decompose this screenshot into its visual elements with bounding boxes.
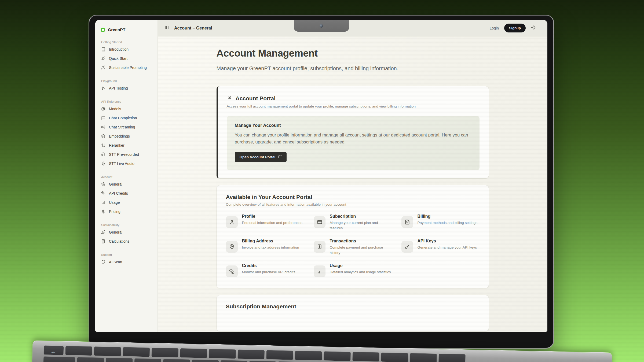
feature-icon-tile — [401, 216, 413, 228]
sidebar-section: SustainabilityGeneralCalculations — [95, 223, 158, 246]
sidebar-item-ai-scan[interactable]: AI Scan — [95, 257, 158, 267]
layers-icon — [101, 134, 105, 138]
keyboard-key — [151, 348, 178, 357]
keyboard-key — [180, 348, 207, 358]
feature-item-credits: CreditsMonitor and purchase API credits — [226, 263, 304, 277]
feature-text: ProfilePersonal information and preferen… — [242, 214, 302, 231]
sidebar-item-label: Embeddings — [109, 134, 130, 138]
receipt-icon — [317, 244, 322, 249]
account-portal-card: Account Portal Access your full account … — [217, 86, 489, 179]
feature-icon-tile — [226, 241, 238, 253]
keyboard-key: tab — [43, 356, 75, 362]
keyboard-key — [134, 358, 162, 362]
keyboard-key — [163, 359, 190, 362]
sidebar-item-models[interactable]: Models — [95, 104, 158, 113]
theme-toggle-sun-icon[interactable] — [531, 25, 536, 31]
features-card-subtitle: Complete overview of all features and in… — [226, 202, 480, 206]
keyboard-key — [438, 354, 466, 362]
sidebar-section-label: Sustainability — [101, 223, 158, 227]
user-icon — [229, 219, 235, 225]
green-gradient-background: GreenPT Getting StartedIntroductionQuick… — [0, 0, 644, 362]
sidebar-item-label: Chat Streaming — [109, 125, 135, 129]
sidebar-item-chat-streaming[interactable]: Chat Streaming — [95, 123, 158, 132]
sidebar-item-chat-completion[interactable]: Chat Completion — [95, 113, 158, 123]
bar-chart-icon — [317, 269, 322, 274]
laptop: GreenPT Getting StartedIntroductionQuick… — [89, 15, 554, 349]
user-icon — [227, 95, 232, 101]
sidebar-item-label: STT Pre-recorded — [109, 152, 139, 157]
greenpt-logo-icon — [101, 28, 105, 32]
signup-button[interactable]: Signup — [504, 24, 526, 32]
logo[interactable]: GreenPT — [95, 20, 158, 33]
page-breadcrumb-title: Account – General — [174, 26, 212, 31]
keyboard-key — [381, 353, 408, 362]
keyboard-key — [65, 346, 92, 356]
camera-dot — [320, 24, 323, 28]
sidebar-item-label: Usage — [109, 200, 120, 205]
sidebar-item-stt-live-audio[interactable]: STT Live Audio — [95, 159, 158, 168]
sidebar-item-pricing[interactable]: Pricing — [95, 207, 158, 216]
sidebar-item-general[interactable]: General — [95, 180, 158, 189]
feature-title: Billing Address — [242, 239, 299, 243]
logo-text: GreenPT — [108, 27, 125, 32]
sidebar-toggle-icon[interactable] — [165, 25, 169, 31]
feature-icon-tile — [314, 216, 325, 228]
leaf-icon — [101, 65, 105, 70]
keyboard-key — [123, 347, 150, 357]
sidebar-item-api-testing[interactable]: API Testing — [95, 84, 158, 93]
book-icon — [101, 47, 105, 51]
bar-chart-icon — [101, 200, 105, 205]
keyboard-key — [192, 360, 219, 362]
play-icon — [101, 86, 105, 90]
feature-title: Transactions — [330, 239, 392, 243]
keyboard-key — [352, 352, 379, 361]
feature-title: API Keys — [418, 239, 477, 243]
sidebar-item-label: API Credits — [109, 191, 128, 195]
sidebar-item-introduction[interactable]: Introduction — [95, 45, 158, 54]
rocket-icon — [101, 56, 105, 61]
keyboard-key — [237, 349, 265, 359]
dollar-icon — [101, 209, 105, 214]
login-link[interactable]: Login — [490, 26, 499, 30]
features-grid: ProfilePersonal information and preferen… — [226, 214, 480, 277]
sidebar-item-usage[interactable]: Usage — [95, 198, 158, 207]
coins-icon — [229, 269, 235, 274]
sidebar-item-sustainable-prompting[interactable]: Sustainable Prompting — [95, 63, 158, 72]
topbar: Account – General Login Signup — [158, 20, 547, 36]
sidebar-item-quick-start[interactable]: Quick Start — [95, 54, 158, 63]
feature-description: Payment methods and billing settings — [418, 220, 478, 226]
open-account-portal-button[interactable]: Open Account Portal — [235, 152, 287, 162]
sidebar-item-label: Reranker — [109, 143, 125, 147]
sidebar-item-label: Models — [109, 107, 121, 111]
sidebar-section: Getting StartedIntroductionQuick StartSu… — [95, 40, 158, 72]
feature-text: BillingPayment methods and billing setti… — [418, 214, 478, 231]
manage-account-body: You can change your profile information … — [235, 132, 471, 145]
account-portal-card-header: Account Portal — [227, 95, 480, 102]
sidebar-item-label: STT Live Audio — [109, 161, 134, 166]
feature-item-subscription: SubscriptionManage your current plan and… — [314, 214, 392, 231]
arrows-up-down-icon — [101, 143, 105, 147]
sidebar-item-api-credits[interactable]: API Credits — [95, 189, 158, 198]
feature-item-usage: UsageDetailed analytics and usage statis… — [314, 263, 392, 277]
feature-icon-tile — [226, 216, 238, 228]
feature-description: Generate and manage your API keys — [418, 245, 477, 250]
leaf-icon — [101, 230, 105, 234]
keyboard-key — [410, 353, 437, 362]
sidebar-item-general[interactable]: General — [95, 228, 158, 237]
sidebar-item-stt-pre-recorded[interactable]: STT Pre-recorded — [95, 150, 158, 159]
feature-text: TransactionsComplete payment and purchas… — [330, 239, 392, 255]
sidebar-item-label: Introduction — [109, 47, 129, 51]
sidebar-section: API ReferenceModelsChat CompletionChat S… — [95, 100, 158, 168]
keyboard-key — [220, 360, 247, 362]
sidebar-item-calculations[interactable]: Calculations — [95, 237, 158, 246]
sidebar-item-label: General — [109, 182, 122, 186]
feature-title: Billing — [418, 214, 478, 219]
keyboard-key — [106, 358, 133, 362]
sidebar-item-embeddings[interactable]: Embeddings — [95, 132, 158, 141]
features-card-title: Available in Your Account Portal — [226, 194, 480, 200]
feature-icon-tile — [226, 265, 238, 277]
feature-text: Billing AddressInvoice and tax address i… — [242, 239, 299, 255]
sidebar-item-label: Sustainable Prompting — [109, 65, 147, 70]
feature-item-transactions: TransactionsComplete payment and purchas… — [314, 239, 392, 255]
sidebar-item-reranker[interactable]: Reranker — [95, 141, 158, 150]
